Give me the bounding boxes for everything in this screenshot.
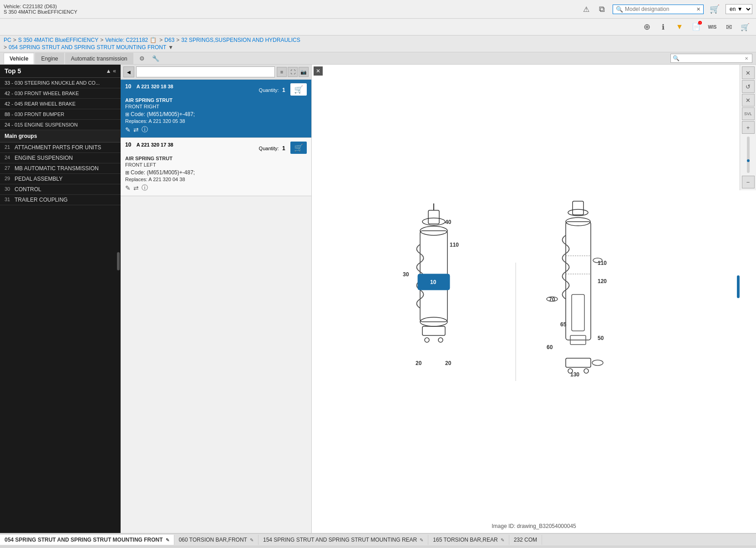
sidebar-header-icons: ▲ « (106, 68, 116, 74)
sidebar-top5-item-1[interactable]: 42 - 030 FRONT WHEEL BRAKE (0, 88, 121, 99)
part-code-0: ⊞ Code: (M651/M005)+-487; (125, 111, 307, 117)
bottom-tab-054-label: 054 SPRING STRUT AND SPRING STRUT MOUNTI… (5, 537, 163, 543)
svg-text:120: 120 (598, 278, 607, 284)
bottom-tab-154-icon[interactable]: ✎ (420, 538, 423, 543)
part-info-icon-1[interactable]: ⓘ (142, 184, 148, 192)
sidebar-item-30[interactable]: 30 CONTROL (0, 184, 121, 195)
sidebar-item-27[interactable]: 27 MB AUTOMATIC TRANSMISSION (0, 163, 121, 174)
copy-icon[interactable]: ⧉ (594, 2, 609, 16)
clear-search-icon[interactable]: ✕ (696, 6, 700, 12)
svg-point-33 (592, 360, 603, 365)
diagram-close-x-button[interactable]: ✕ (742, 66, 755, 79)
part-replace-icon-0[interactable]: ⇄ (133, 126, 139, 133)
code-text-0: Code: (M651/M005)+-487; (131, 111, 195, 117)
wis-button[interactable]: WIS (705, 20, 720, 34)
tab-bar-icons: ⚙ 🔧 (136, 52, 162, 64)
cart-secondary-button[interactable]: 🛒 (738, 20, 752, 34)
zoom-slider-thumb[interactable] (747, 159, 750, 162)
bottom-tab-060-icon[interactable]: ✎ (250, 538, 254, 543)
tab-vehicle[interactable]: Vehicle (4, 53, 34, 64)
top-bar-right: ⚠ ⧉ 🔍 ✕ 🛒 en ▼ de (579, 2, 752, 16)
parts-search-input[interactable] (136, 66, 275, 77)
info-icon[interactable]: ℹ (656, 20, 670, 34)
model-search-input[interactable] (625, 6, 696, 12)
part-replace-icon-1[interactable]: ⇄ (133, 184, 139, 192)
diagram-svg-container: 40 110 30 10 20 20 (312, 65, 756, 533)
diagram-rotate-button[interactable]: ↺ (742, 80, 755, 93)
part-icons-row-0: ✎ ⇄ ⓘ (125, 126, 307, 134)
tab-search-input[interactable] (681, 56, 745, 61)
sidebar-top5-item-2[interactable]: 42 - 045 REAR WHEEL BRAKE (0, 99, 121, 109)
diagram-crosshair-button[interactable]: ✕ (742, 94, 755, 107)
screenshot-view-icon[interactable]: 📷 (299, 67, 309, 77)
image-id-bar: Image ID: drawing_B32054000045 (312, 523, 756, 529)
sidebar-top5-item-3[interactable]: 88 - 030 FRONT BUMPER (0, 109, 121, 120)
bottom-tab-154[interactable]: 154 SPRING STRUT AND SPRING STRUT MOUNTI… (259, 535, 428, 545)
sidebar-chevron-up-icon[interactable]: ▲ (106, 68, 111, 74)
sidebar-top5-item-0[interactable]: 33 - 030 STEERING KNUCKLE AND CO... (0, 78, 121, 88)
svg-text:50: 50 (598, 335, 604, 341)
bottom-tab-054[interactable]: 054 SPRING STRUT AND SPRING STRUT MOUNTI… (0, 535, 174, 545)
list-view-icon[interactable]: ≡ (277, 67, 287, 77)
breadcrumb-32-springs[interactable]: 32 SPRINGS,SUSPENSION AND HYDRAULICS (181, 37, 300, 43)
part-card-0[interactable]: 10 A 221 320 18 38 Quantity: 1 🛒 AIR SPR… (121, 80, 311, 138)
tab-engine[interactable]: Engine (35, 53, 64, 64)
sidebar-top5-item-4[interactable]: 24 - 015 ENGINE SUSPENSION (0, 120, 121, 130)
document-icon[interactable]: 📄! (689, 20, 703, 34)
bottom-tabs: 054 SPRING STRUT AND SPRING STRUT MOUNTI… (0, 533, 756, 546)
bottom-tab-165-icon[interactable]: ✎ (501, 538, 504, 543)
part-card-1-pos-id: 10 A 221 320 17 38 (125, 142, 173, 148)
sidebar-text-24: ENGINE SUSPENSION (15, 155, 116, 161)
sidebar-double-chevron-icon[interactable]: « (113, 68, 116, 74)
thumbnails-row (0, 546, 756, 548)
bottom-tab-232[interactable]: 232 COM (509, 535, 542, 545)
tab-settings-icon[interactable]: ⚙ (136, 52, 148, 64)
sidebar-item-24[interactable]: 24 ENGINE SUSPENSION (0, 153, 121, 163)
cart-button-0[interactable]: 🛒 (290, 83, 307, 96)
breadcrumb-d63[interactable]: D63 (164, 37, 174, 43)
part-edit-icon-0[interactable]: ✎ (125, 126, 131, 133)
breadcrumb-model[interactable]: S 350 4MATIC BlueEFFICIENCY (18, 37, 99, 43)
part-edit-icon-1[interactable]: ✎ (125, 184, 131, 192)
tab-automatic-transmission[interactable]: Automatic transmission (65, 53, 133, 64)
part-card-1[interactable]: 10 A 221 320 17 38 Quantity: 1 🛒 AIR SPR… (121, 138, 311, 196)
sidebar-item-29[interactable]: 29 PEDAL ASSEMBLY (0, 174, 121, 184)
grid-view-icon[interactable]: ⛶ (288, 67, 298, 77)
parts-nav-prev-button[interactable]: ◀ (123, 66, 134, 77)
sidebar-item-31[interactable]: 31 TRAILER COUPLING (0, 195, 121, 205)
vehicle-icon[interactable]: 📋 (150, 37, 157, 43)
diagram-zoom-in-button[interactable]: + (742, 121, 755, 134)
tab-search-clear-icon[interactable]: ✕ (745, 56, 748, 61)
svg-text:20: 20 (445, 360, 452, 366)
diagram-zoom-out-button[interactable]: − (742, 176, 755, 188)
parts-list-header: ◀ ≡ ⛶ 📷 (121, 65, 311, 80)
diagram-svl-button[interactable]: SVL (742, 107, 755, 120)
sidebar-num-31: 31 (5, 197, 15, 202)
main-content: Top 5 ▲ « 33 - 030 STEERING KNUCKLE AND … (0, 65, 756, 533)
sub-breadcrumb-link[interactable]: 054 SPRING STRUT AND SPRING STRUT MOUNTI… (9, 44, 166, 51)
breadcrumb-vehicle[interactable]: Vehicle: C221182 (105, 37, 148, 43)
cart-button-1[interactable]: 🛒 (290, 142, 307, 154)
warning-icon[interactable]: ⚠ (579, 2, 594, 16)
tab-tools-icon[interactable]: 🔧 (150, 52, 162, 64)
dropdown-arrow-icon[interactable]: ▼ (168, 44, 173, 51)
mail-icon[interactable]: ✉ (721, 20, 736, 34)
bottom-tab-054-icon[interactable]: ✎ (166, 538, 169, 543)
language-select[interactable]: en ▼ de (726, 4, 752, 14)
breadcrumb: PC > S 350 4MATIC BlueEFFICIENCY > Vehic… (4, 37, 752, 43)
sidebar-item-21[interactable]: 21 ATTACHMENT PARTS FOR UNITS (0, 142, 121, 153)
diagram-close-button[interactable]: ✕ (314, 66, 323, 76)
sidebar-num-24: 24 (5, 155, 15, 160)
sidebar-num-21: 21 (5, 144, 15, 150)
part-info-icon-0[interactable]: ⓘ (142, 126, 148, 134)
bottom-tab-165[interactable]: 165 TORSION BAR,REAR ✎ (428, 535, 509, 545)
breadcrumb-pc[interactable]: PC (4, 37, 11, 43)
bottom-tab-060[interactable]: 060 TORSION BAR,FRONT ✎ (174, 535, 259, 545)
part-replaces-0: Replaces: A 221 320 05 38 (125, 118, 307, 124)
svg-text:60: 60 (547, 344, 553, 350)
filter-icon[interactable]: ▼ (672, 20, 687, 34)
part-quantity-0: Quantity: 1 🛒 (259, 83, 307, 96)
bottom-tab-232-label: 232 COM (514, 537, 537, 543)
zoom-in-icon[interactable]: ⊕ (639, 20, 654, 34)
cart-top-button[interactable]: 🛒 (707, 2, 722, 16)
